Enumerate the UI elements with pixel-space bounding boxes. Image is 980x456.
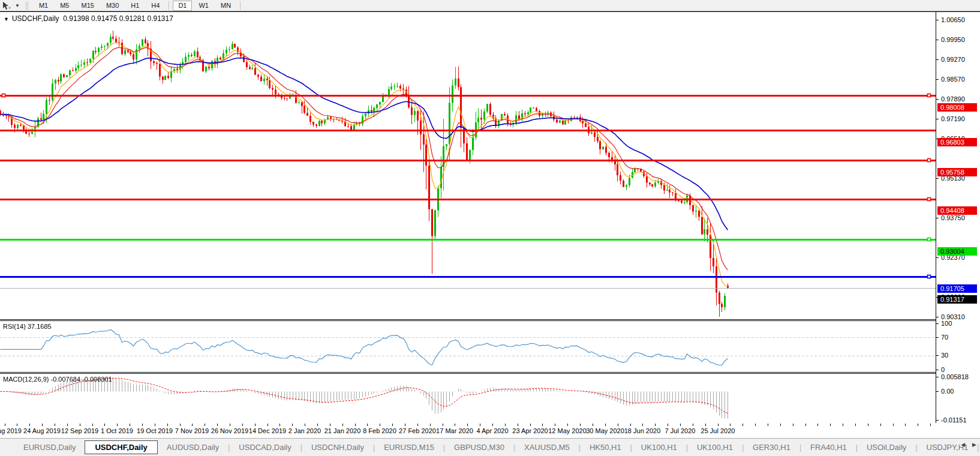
date-tick-mark — [742, 424, 743, 426]
date-tick-mark — [793, 424, 793, 426]
date-tick-mark — [117, 424, 118, 426]
rsi-panel-canvas[interactable] — [0, 321, 936, 372]
date-tick-mark — [880, 424, 881, 426]
date-tick-mark — [267, 424, 268, 426]
line-price-label[interactable]: 0.96803 — [937, 138, 977, 146]
date-tick-mark — [518, 424, 518, 426]
toolbar-separator — [240, 1, 241, 10]
current-price-label: 0.91317 — [937, 295, 977, 304]
panel-separator[interactable] — [0, 319, 980, 320]
symbol-tab-usdcnh-daily[interactable]: USDCNH,Daily — [302, 441, 373, 454]
symbol-tab-usdchf-daily[interactable]: USDCHF,Daily — [85, 440, 157, 454]
toolbar-grip[interactable] — [26, 2, 28, 10]
symbol-tab-eurusd-m15[interactable]: EURUSD,M15 — [375, 441, 443, 454]
date-tick-mark — [467, 424, 468, 426]
symbol-tab-eurusd-daily[interactable]: EURUSD,Daily — [14, 441, 85, 454]
symbol-tab-xauusd-m5[interactable]: XAUUSD,M5 — [515, 441, 579, 454]
date-tick-mark — [618, 424, 618, 426]
date-axis[interactable]: 6 Aug 201924 Aug 201912 Sep 20191 Oct 20… — [0, 423, 980, 437]
price-tick-mark — [936, 119, 939, 119]
timeframe-button-m5[interactable]: M5 — [55, 1, 74, 11]
line-price-label[interactable]: 0.95758 — [937, 168, 977, 176]
tab-scroll-right-icon[interactable]: ▶ — [972, 442, 976, 448]
date-tick-mark — [405, 424, 405, 426]
date-tick-mark — [705, 424, 706, 426]
symbol-tab-fra40-h1[interactable]: FRA40,H1 — [801, 441, 856, 454]
line-price-label[interactable]: 0.91705 — [937, 284, 977, 293]
date-tick-mark — [130, 424, 130, 426]
timeframe-button-m15[interactable]: M15 — [76, 1, 99, 11]
rsi-tick-mark — [936, 370, 939, 370]
symbol-tab-usdcad-daily[interactable]: USDCAD,Daily — [230, 441, 300, 454]
line-price-label[interactable]: 0.93004 — [937, 247, 977, 256]
date-tick-mark — [817, 424, 818, 426]
date-tick-mark — [768, 424, 768, 426]
date-tick-mark — [430, 424, 431, 426]
symbol-tab-uk100-h1[interactable]: UK100,H1 — [632, 441, 686, 454]
date-tick-mark — [29, 424, 30, 426]
date-tick-mark — [918, 424, 918, 426]
symbol-tab-usoil-daily[interactable]: USOil,Daily — [858, 441, 915, 454]
tab-scroll-left-icon[interactable]: ◀ — [961, 442, 965, 448]
symbol-tab-hk50-h1[interactable]: HK50,H1 — [581, 441, 630, 454]
panel-separator[interactable] — [0, 320, 980, 321]
macd-panel-canvas[interactable] — [0, 374, 936, 423]
date-tick-mark — [167, 424, 168, 426]
panel-separator[interactable] — [0, 373, 980, 374]
date-tick-mark — [392, 424, 393, 426]
date-tick-mark — [630, 424, 631, 426]
date-tick-mark — [230, 424, 230, 426]
timeframe-button-m30[interactable]: M30 — [101, 1, 124, 11]
tab-scroll-arrows: ◀ ▶ — [961, 442, 976, 448]
timeframe-button-h4[interactable]: H4 — [146, 1, 165, 11]
date-tick-mark — [668, 424, 668, 426]
date-tick-mark — [330, 424, 330, 426]
rsi-tick-label: 70 — [941, 334, 948, 341]
price-tick-mark — [936, 79, 939, 80]
macd-tick-mark — [936, 377, 939, 377]
chart-symbol-label: USDCHF,Daily — [12, 14, 59, 23]
date-tick-mark — [680, 424, 681, 426]
symbol-tab-gbpusd-m30[interactable]: GBPUSD,M30 — [445, 441, 513, 454]
date-tick-mark — [593, 424, 593, 426]
timeframe-button-d1[interactable]: D1 — [173, 1, 192, 11]
date-tick-mark — [805, 424, 806, 426]
price-axis[interactable]: 1.006500.999500.992700.985700.978900.971… — [936, 12, 980, 423]
price-tick-label: 0.99270 — [941, 56, 965, 63]
symbol-tab-uk100-h1[interactable]: UK100,H1 — [688, 441, 742, 454]
date-tick-mark — [380, 424, 380, 426]
crosshair-tool-icon[interactable] — [2, 1, 14, 10]
date-tick-mark — [5, 424, 5, 426]
rsi-indicator-label: RSI(14) 37.1685 — [3, 323, 52, 330]
date-tick-mark — [17, 424, 17, 426]
date-tick-mark — [180, 424, 181, 426]
timeframe-button-h1[interactable]: H1 — [125, 1, 145, 11]
main-chart-canvas[interactable] — [0, 12, 936, 319]
rsi-tick-label: 0 — [941, 366, 945, 373]
dropdown-caret-icon[interactable]: ▼ — [15, 3, 20, 8]
date-tick-mark — [92, 424, 93, 426]
symbol-tab-ger30-h1[interactable]: GER30,H1 — [744, 441, 799, 454]
date-tick-mark — [443, 424, 443, 426]
timeframe-button-m1[interactable]: M1 — [34, 1, 53, 11]
symbol-tab-bar: EURUSD,DailyUSDCHF,DailyAUDUSD,Daily|USD… — [0, 438, 980, 456]
chart-menu-triangle-icon[interactable]: ▼ — [4, 16, 9, 22]
rsi-tick-mark — [936, 337, 939, 338]
timeframe-button-mn[interactable]: MN — [215, 1, 236, 11]
panel-separator[interactable] — [0, 372, 980, 373]
date-tick-mark — [780, 424, 781, 426]
line-price-label[interactable]: 0.98008 — [937, 103, 977, 112]
line-price-label[interactable]: 0.94408 — [937, 206, 977, 215]
date-tick-mark — [530, 424, 531, 426]
date-tick-mark — [55, 424, 55, 426]
macd-tick-mark — [936, 391, 939, 392]
rsi-tick-mark — [936, 323, 939, 324]
date-tick-mark — [693, 424, 693, 426]
timeframe-button-w1[interactable]: W1 — [193, 1, 214, 11]
price-tick-mark — [936, 40, 939, 40]
bar-open-value: 0.91398 — [63, 14, 89, 23]
macd-tick-label: 0.005818 — [941, 373, 969, 380]
date-tick-mark — [367, 424, 368, 426]
symbol-tab-audusd-daily[interactable]: AUDUSD,Daily — [158, 441, 228, 454]
date-tick-mark — [305, 424, 305, 426]
